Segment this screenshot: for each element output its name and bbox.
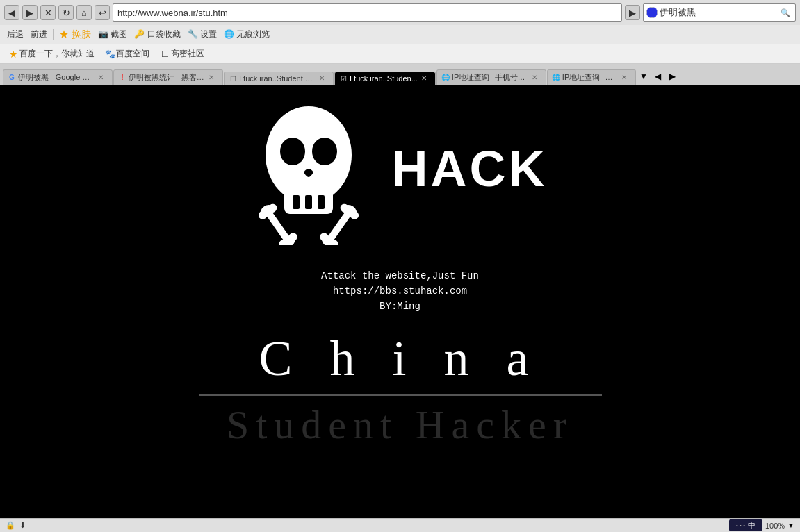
bookmark-baidu-space-label: 百度空间 [116, 48, 149, 60]
tab-hack2-close[interactable]: ✕ [421, 74, 430, 83]
line1: Attack the website,Just Fun [321, 270, 479, 281]
tabs-scroll-right[interactable]: ▶ [666, 68, 680, 85]
student-hacker-label: Student Hacker [227, 401, 573, 448]
bookmarks-bar: ★ 百度一下，你就知道 🐾 百度空间 ☐ 高密社区 [0, 44, 800, 64]
toolbar-pocket[interactable]: 🔑 口袋收藏 [131, 27, 183, 42]
tab-google-label: 伊明被黑 - Google 搜索 [18, 72, 95, 83]
hack-label: HACK [392, 140, 548, 197]
lock-icon: 🔒 [6, 521, 15, 530]
svg-point-6 [312, 138, 337, 165]
ime-label: 中 [748, 520, 756, 531]
stop-button[interactable]: ✕ [40, 5, 56, 20]
forward-button[interactable]: ▶ [22, 5, 38, 20]
tab-hack1[interactable]: ☐ I fuck iran..Student Ha... ✕ [224, 72, 334, 85]
bookmark-baidu-space[interactable]: 🐾 百度空间 [101, 47, 154, 61]
tab-google[interactable]: G 伊明被黑 - Google 搜索 ✕ [3, 69, 113, 85]
tab-hack2-label: I fuck iran..Studen... [350, 74, 418, 83]
tab-google-close[interactable]: ✕ [98, 74, 106, 82]
address-bar-container [113, 3, 622, 22]
tab-hack1-label: I fuck iran..Student Ha... [239, 74, 316, 83]
nav-bar: ◀ ▶ ✕ ↻ ⌂ ↩ ▶ 🔍 [0, 0, 800, 25]
download-icon: ⬇ [19, 521, 26, 530]
nav-forward-text[interactable]: 前进 [28, 27, 50, 42]
tab-stats[interactable]: ! 伊明被黑统计 - 黑客播... ✕ [113, 69, 223, 85]
skull-area: HACK [253, 92, 548, 245]
tab-stats-favicon: ! [118, 74, 126, 82]
home-button[interactable]: ⌂ [76, 5, 92, 20]
toolbar-settings[interactable]: 🔧 设置 [185, 27, 220, 42]
tab-ip2-favicon: 🌐 [552, 74, 560, 82]
tabs-bar: G 伊明被黑 - Google 搜索 ✕ ! 伊明被黑统计 - 黑客播... ✕… [0, 64, 800, 85]
page-content: HACK Attack the website,Just Fun https:/… [0, 85, 800, 532]
zoom-label: 100% [765, 522, 785, 530]
search-icon[interactable]: 🔍 [778, 6, 792, 19]
tab-ip2-label: IP地址查询--手机号码查... [562, 72, 618, 83]
svg-point-5 [280, 138, 305, 165]
tab-ip2-close[interactable]: ✕ [621, 74, 630, 82]
browser-chrome: ◀ ▶ ✕ ↻ ⌂ ↩ ▶ 🔍 后退 前进 ★ 换肤 📷 截图 🔑 口袋收藏 🔧… [0, 0, 800, 85]
skull-icon [253, 92, 364, 245]
tab-hack1-close[interactable]: ✕ [319, 74, 327, 83]
toolbar-skin[interactable]: ★ 换肤 [56, 27, 94, 42]
china-label: C h i n a [259, 330, 541, 388]
toolbar-screenshot[interactable]: 📷 截图 [95, 27, 130, 42]
tab-stats-label: 伊明被黑统计 - 黑客播... [129, 72, 205, 83]
tab-ip1-favicon: 🌐 [441, 74, 450, 82]
toolbar-incognito[interactable]: 🌐 无痕浏览 [221, 27, 272, 42]
zoom-dropdown-icon[interactable]: ▼ [787, 522, 794, 529]
toolbar: 后退 前进 ★ 换肤 📷 截图 🔑 口袋收藏 🔧 设置 🌐 无痕浏览 [0, 25, 800, 44]
baidu-logo [646, 7, 658, 18]
tabs-scroll-left[interactable]: ◀ [651, 68, 665, 85]
bookmark-baidu-search[interactable]: ★ 百度一下，你就知道 [4, 47, 99, 61]
tab-hack2[interactable]: ☑ I fuck iran..Studen... ✕ [334, 72, 436, 85]
status-bar: 🔒 ⬇ • • • 中 100% ▼ [0, 518, 800, 532]
tab-hack2-favicon: ☑ [339, 74, 348, 83]
body-text: Attack the website,Just Fun https://bbs.… [321, 266, 479, 316]
tab-google-favicon: G [8, 74, 16, 82]
china-divider [199, 394, 602, 396]
bookmark-gaomi-label: 高密社区 [171, 48, 204, 60]
line2: https://bbs.stuhack.com [321, 285, 479, 297]
tab-hack1-favicon: ☐ [229, 74, 237, 83]
search-input[interactable] [660, 8, 778, 18]
ime-indicator[interactable]: • • • 中 [729, 519, 762, 531]
status-right: • • • 中 100% ▼ [729, 519, 794, 531]
search-box-container: 🔍 [643, 3, 796, 22]
tab-ip1-close[interactable]: ✕ [532, 74, 540, 82]
line3: BY:Ming [321, 301, 479, 312]
tabs-more-button[interactable]: ▼ [637, 68, 651, 85]
back-button[interactable]: ◀ [4, 5, 19, 20]
svg-point-0 [266, 106, 352, 203]
refresh-button[interactable]: ↻ [58, 5, 74, 20]
bookmark-gaomi[interactable]: ☐ 高密社区 [156, 47, 209, 61]
dots-label: • • • [736, 522, 745, 529]
gaomi-icon: ☐ [160, 49, 170, 59]
svg-rect-2 [293, 195, 300, 209]
go-button[interactable]: ▶ [625, 5, 640, 20]
tab-ip1-label: IP地址查询--手机号码查... [452, 72, 528, 83]
tab-ip1[interactable]: 🌐 IP地址查询--手机号码查... ✕ [436, 69, 546, 85]
cancel-button[interactable]: ↩ [95, 5, 110, 20]
svg-rect-3 [305, 195, 312, 209]
nav-back-text[interactable]: 后退 [4, 27, 26, 42]
baidu-search-icon: ★ [8, 49, 18, 59]
svg-rect-4 [318, 195, 325, 209]
bookmark-baidu-search-label: 百度一下，你就知道 [19, 48, 95, 60]
tab-stats-close[interactable]: ✕ [209, 74, 217, 82]
address-input[interactable] [117, 8, 617, 18]
separator-1 [53, 29, 54, 40]
status-left: 🔒 ⬇ [6, 521, 26, 530]
tab-ip2[interactable]: 🌐 IP地址查询--手机号码查... ✕ [547, 69, 636, 85]
baidu-space-icon: 🐾 [105, 49, 115, 59]
